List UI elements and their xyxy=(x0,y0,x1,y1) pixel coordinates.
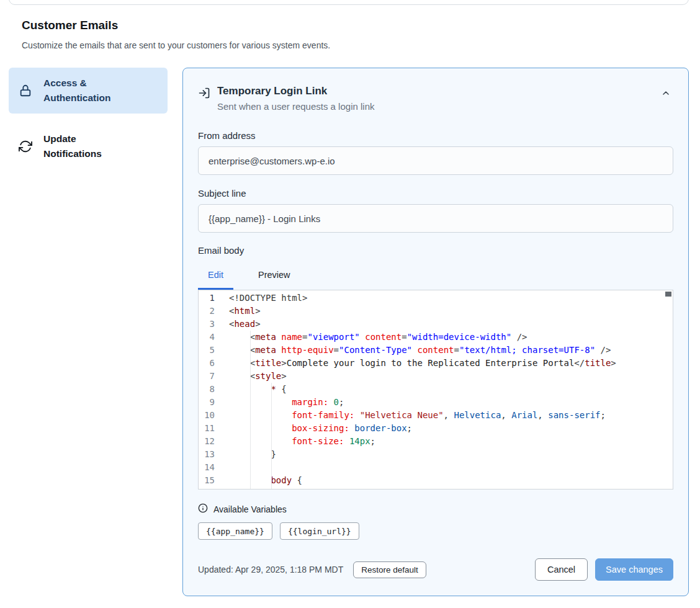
line-number: 14 xyxy=(199,461,223,474)
page-title: Customer Emails xyxy=(22,19,678,32)
email-body-label: Email body xyxy=(198,245,673,256)
code-line[interactable]: 6 <title>Complete your login to the Repl… xyxy=(199,357,673,370)
sidebar: Access & Authentication Update Notificat… xyxy=(9,68,168,169)
page-subtitle: Customize the emails that are sent to yo… xyxy=(22,40,678,50)
variable-chip-login-url[interactable]: {{login_url}} xyxy=(280,522,359,540)
line-number: 12 xyxy=(199,435,223,448)
code-line[interactable]: 1<!DOCTYPE html> xyxy=(199,292,673,305)
sidebar-item-label: Update Notifications xyxy=(43,132,124,161)
tab-preview[interactable]: Preview xyxy=(248,264,300,290)
collapse-section-button[interactable] xyxy=(658,86,673,101)
email-settings-panel: Temporary Login Link Sent when a user re… xyxy=(182,68,689,596)
info-icon xyxy=(198,503,208,516)
sidebar-item-access-authentication[interactable]: Access & Authentication xyxy=(9,68,168,114)
line-number: 7 xyxy=(199,370,223,383)
login-icon xyxy=(198,87,210,99)
line-number: 4 xyxy=(199,331,223,344)
code-line[interactable]: 11 box-sizing: border-box; xyxy=(199,422,673,435)
line-number: 15 xyxy=(199,474,223,487)
code-line[interactable]: 5 <meta http-equiv="Content-Type" conten… xyxy=(199,344,673,357)
cancel-button[interactable]: Cancel xyxy=(535,558,588,581)
code-line[interactable]: 8 * { xyxy=(199,383,673,396)
indent-guide xyxy=(271,383,272,489)
save-changes-button[interactable]: Save changes xyxy=(595,558,673,581)
code-editor[interactable]: 1<!DOCTYPE html>2<html>3<head>4 <meta na… xyxy=(198,290,673,490)
available-variables-label: Available Variables xyxy=(213,504,287,514)
subject-line-input[interactable] xyxy=(198,204,673,233)
subject-line-label: Subject line xyxy=(198,188,673,199)
from-address-label: From address xyxy=(198,130,673,141)
code-line[interactable]: 13 } xyxy=(199,448,673,461)
sidebar-item-label: Access & Authentication xyxy=(43,76,124,105)
code-line[interactable]: 4 <meta name="viewport" content="width=d… xyxy=(199,331,673,344)
email-body-tabs: Edit Preview xyxy=(198,264,673,290)
line-number: 8 xyxy=(199,383,223,396)
previous-section-card-edge xyxy=(9,0,689,5)
line-number: 16 xyxy=(199,487,223,490)
variable-chips: {{app_name}} {{login_url}} xyxy=(198,522,673,540)
chevron-up-icon xyxy=(661,88,671,98)
main-layout: Access & Authentication Update Notificat… xyxy=(0,68,700,596)
restore-default-button[interactable]: Restore default xyxy=(353,561,426,578)
tab-edit[interactable]: Edit xyxy=(198,264,233,290)
panel-header: Temporary Login Link Sent when a user re… xyxy=(198,83,673,114)
line-number: 11 xyxy=(199,422,223,435)
line-number: 6 xyxy=(199,357,223,370)
code-lines: 1<!DOCTYPE html>2<html>3<head>4 <meta na… xyxy=(199,290,673,490)
panel-titles: Temporary Login Link Sent when a user re… xyxy=(217,83,658,114)
editor-scrollbar-thumb[interactable] xyxy=(665,292,671,297)
line-number: 3 xyxy=(199,318,223,331)
available-variables-row: Available Variables xyxy=(198,503,673,516)
sidebar-item-update-notifications[interactable]: Update Notifications xyxy=(9,123,168,169)
code-line[interactable]: 16 background-color: #f6f6f6; xyxy=(199,487,673,490)
line-number: 5 xyxy=(199,344,223,357)
code-line[interactable]: 2<html> xyxy=(199,305,673,318)
panel-subtitle: Sent when a user requests a login link xyxy=(217,99,658,114)
line-number: 9 xyxy=(199,396,223,409)
code-line[interactable]: 9 margin: 0; xyxy=(199,396,673,409)
code-line[interactable]: 15 body { xyxy=(199,474,673,487)
from-address-input[interactable] xyxy=(198,146,673,175)
code-line[interactable]: 14 xyxy=(199,461,673,474)
page-header: Customer Emails Customize the emails tha… xyxy=(0,0,700,50)
sync-icon xyxy=(19,140,32,153)
code-line[interactable]: 3<head> xyxy=(199,318,673,331)
code-line[interactable]: 10 font-family: "Helvetica Neue", Helvet… xyxy=(199,409,673,422)
lock-icon xyxy=(19,84,32,97)
line-number: 1 xyxy=(199,292,223,305)
line-number: 13 xyxy=(199,448,223,461)
line-number: 2 xyxy=(199,305,223,318)
code-line[interactable]: 7 <style> xyxy=(199,370,673,383)
indent-guide xyxy=(250,331,251,489)
panel-title: Temporary Login Link xyxy=(217,83,658,99)
code-line[interactable]: 12 font-size: 14px; xyxy=(199,435,673,448)
variable-chip-app-name[interactable]: {{app_name}} xyxy=(198,522,272,540)
updated-timestamp: Updated: Apr 29, 2025, 1:18 PM MDT xyxy=(198,565,343,574)
line-number: 10 xyxy=(199,409,223,422)
panel-footer: Updated: Apr 29, 2025, 1:18 PM MDT Resto… xyxy=(198,558,673,581)
